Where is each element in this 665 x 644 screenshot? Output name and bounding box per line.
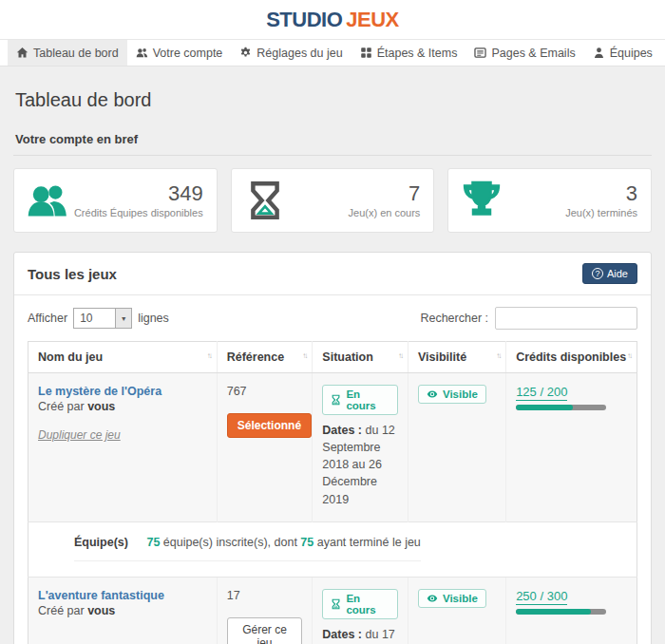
status-badge[interactable]: En cours xyxy=(322,589,398,619)
logo-studio: STUDIO xyxy=(266,8,342,31)
credits-value: 250 / 300 xyxy=(516,589,567,605)
stat-value: 3 xyxy=(502,182,637,205)
game-name-link[interactable]: Le mystère de l'Opéra xyxy=(38,385,162,398)
eye-icon xyxy=(427,388,438,400)
logo-jeux: JEUX xyxy=(346,8,398,31)
credits-progress-fill xyxy=(516,405,572,410)
question-icon: ? xyxy=(592,268,603,279)
nav-label: Étapes & Items xyxy=(377,47,458,60)
stat-card-jeux-termines: 3 Jeu(x) terminés xyxy=(447,168,652,233)
trophy-icon xyxy=(462,180,502,220)
section-title-account: Votre compte en bref xyxy=(13,132,652,156)
show-entries-suffix: lignes xyxy=(138,312,169,325)
nav-label: Tableau de bord xyxy=(33,47,119,60)
game-reference: 767 xyxy=(227,385,303,398)
search-input[interactable] xyxy=(495,307,637,330)
selected-button[interactable]: Sélectionné xyxy=(227,413,312,438)
panel-title: Tous les jeux xyxy=(28,266,117,282)
sort-icon[interactable]: ↑↓ xyxy=(398,351,402,360)
status-label: En cours xyxy=(346,593,390,616)
all-games-panel: Tous les jeux ? Aide Afficher 10 ▼ ligne… xyxy=(13,252,652,644)
users-icon xyxy=(28,180,67,220)
teams-summary: Équipe(s) 75 équipe(s) inscrite(s), dont… xyxy=(74,536,421,561)
gear-icon xyxy=(239,47,252,59)
stat-card-credits: 349 Crédits Équipes disponibles xyxy=(13,168,218,233)
eye-icon xyxy=(427,593,438,604)
visibility-badge[interactable]: Visible xyxy=(418,385,486,404)
nav-item-equipes[interactable]: Équipes xyxy=(584,40,661,66)
steps-icon xyxy=(360,47,372,59)
chevron-down-icon: ▼ xyxy=(115,309,131,328)
duplicate-game-link[interactable]: Dupliquer ce jeu xyxy=(38,428,121,442)
dates-label: Dates : xyxy=(322,628,362,641)
col-header-reference[interactable]: Référence↑↓ xyxy=(217,342,313,373)
page-length-value: 10 xyxy=(74,309,115,328)
created-by-prefix: Créé par xyxy=(38,604,85,617)
nav-label: Votre compte xyxy=(153,47,223,60)
visibility-label: Visible xyxy=(443,593,478,604)
teams-label: Équipe(s) xyxy=(74,536,128,549)
visibility-badge[interactable]: Visible xyxy=(418,589,486,608)
visibility-label: Visible xyxy=(443,388,478,400)
pages-icon xyxy=(474,47,486,59)
game-name-link[interactable]: L'aventure fantastique xyxy=(38,589,164,602)
dates-label: Dates : xyxy=(322,424,362,437)
col-header-situation[interactable]: Situation↑↓ xyxy=(313,342,408,373)
created-by-value: vous xyxy=(87,604,115,617)
top-bar: STUDIOJEUX xyxy=(0,0,665,39)
sort-icon[interactable]: ↑↓ xyxy=(302,351,306,360)
status-label: En cours xyxy=(346,388,390,411)
games-table: Nom du jeu↑↓ Référence↑↓ Situation↑↓ Vis… xyxy=(28,341,637,644)
nav-item-pages-emails[interactable]: Pages & Emails xyxy=(466,40,583,66)
stat-label: Jeu(x) en cours xyxy=(285,207,421,218)
table-controls: Afficher 10 ▼ lignes Rechercher : xyxy=(28,307,637,330)
credits-progress-fill xyxy=(516,609,591,615)
table-row-game-2: L'aventure fantastique Créé par vous 17 … xyxy=(28,577,637,644)
page-content: Tableau de bord Votre compte en bref 349… xyxy=(0,66,665,644)
home-icon xyxy=(16,47,28,59)
stat-label: Crédits Équipes disponibles xyxy=(67,207,203,218)
sort-icon[interactable]: ↑↓ xyxy=(496,351,500,360)
nav-item-reglages-du-jeu[interactable]: Réglages du jeu xyxy=(231,40,351,66)
credits-value: 125 / 200 xyxy=(516,385,567,401)
teams-finished-count: 75 xyxy=(300,536,314,549)
help-button[interactable]: ? Aide xyxy=(582,263,637,284)
hourglass-icon xyxy=(331,394,341,406)
hourglass-icon xyxy=(331,598,341,610)
search-label: Rechercher : xyxy=(420,312,488,325)
hourglass-icon xyxy=(245,180,285,220)
teams-registered-count: 75 xyxy=(146,536,160,549)
teams-suffix-text: ayant terminé le jeu xyxy=(317,536,421,549)
col-header-nom-du-jeu[interactable]: Nom du jeu↑↓ xyxy=(28,342,218,373)
nav-label: Réglages du jeu xyxy=(256,47,342,60)
nav-item-tableau-de-bord[interactable]: Tableau de bord xyxy=(8,40,127,66)
nav-label: Pages & Emails xyxy=(491,47,575,60)
show-entries-prefix: Afficher xyxy=(28,312,67,325)
table-row-game-1: Le mystère de l'Opéra Créé par vous Dupl… xyxy=(28,373,637,522)
created-by-value: vous xyxy=(87,400,115,413)
created-by-prefix: Créé par xyxy=(38,400,85,413)
app-logo: STUDIOJEUX xyxy=(266,8,399,32)
main-nav: Tableau de bord Votre compte Réglages du… xyxy=(0,39,665,66)
col-header-credits-disponibles[interactable]: Crédits disponibles↑↓ xyxy=(506,342,637,373)
table-row-teams-1: Équipe(s) 75 équipe(s) inscrite(s), dont… xyxy=(28,521,637,577)
stat-value: 349 xyxy=(67,182,203,205)
credits-progress-bar xyxy=(516,609,606,615)
stat-value: 7 xyxy=(285,182,421,205)
manage-game-button[interactable]: Gérer ce jeu xyxy=(227,617,303,644)
stat-label: Jeu(x) terminés xyxy=(502,207,637,218)
sort-icon[interactable]: ↑↓ xyxy=(207,351,211,360)
game-reference: 17 xyxy=(227,589,303,602)
page-title: Tableau de bord xyxy=(15,89,652,111)
col-header-visibilite[interactable]: Visibilité↑↓ xyxy=(408,342,505,373)
page-length-select[interactable]: 10 ▼ xyxy=(73,308,132,329)
status-badge[interactable]: En cours xyxy=(322,385,398,415)
nav-label: Équipes xyxy=(610,47,653,60)
person-icon xyxy=(593,47,605,59)
stat-cards: 349 Crédits Équipes disponibles 7 Jeu(x)… xyxy=(13,168,652,233)
help-button-label: Aide xyxy=(607,268,628,279)
sort-icon[interactable]: ↑↓ xyxy=(627,351,631,360)
nav-item-etapes-items[interactable]: Étapes & Items xyxy=(352,40,466,66)
credits-progress-bar xyxy=(516,405,606,410)
nav-item-votre-compte[interactable]: Votre compte xyxy=(127,40,232,66)
